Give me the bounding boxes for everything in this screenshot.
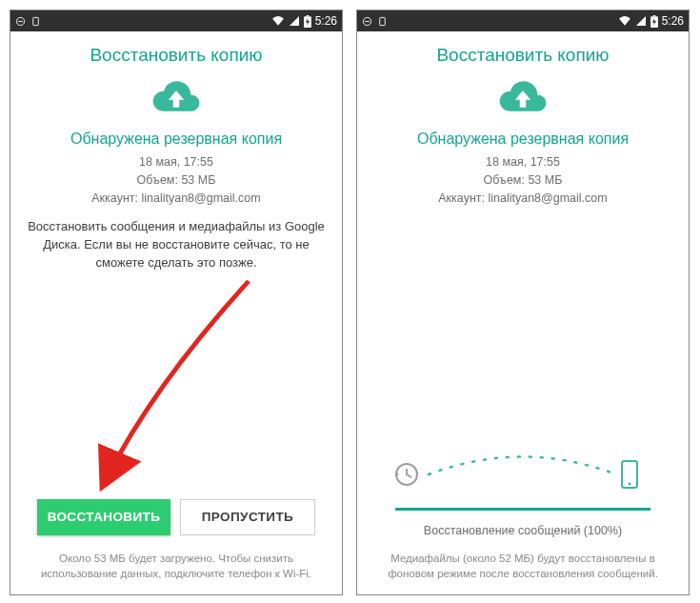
phone-screen-progress: 5:26 Восстановить копию Обнаружена резер…	[356, 10, 690, 595]
do-not-disturb-icon	[15, 16, 26, 27]
svg-rect-7	[380, 17, 386, 25]
annotation-arrow	[10, 272, 342, 499]
backup-account: Аккаунт: linalityan8@gmail.com	[357, 190, 689, 208]
dev-icon	[30, 16, 41, 27]
svg-rect-9	[652, 15, 655, 16]
phone-screen-before: 5:26 Восстановить копию Обнаружена резер…	[10, 10, 343, 595]
backup-found-heading: Обнаружена резервная копия	[10, 131, 342, 148]
backup-datetime: 18 мая, 17:55	[357, 153, 689, 171]
page-title: Восстановить копию	[10, 31, 342, 73]
dev-icon	[377, 16, 388, 27]
restore-description: Восстановить сообщения и медиафайлы из G…	[10, 207, 342, 272]
restore-button[interactable]: ВОССТАНОВИТЬ	[37, 499, 170, 535]
backup-datetime: 18 мая, 17:55	[10, 153, 342, 171]
skip-button[interactable]: ПРОПУСТИТЬ	[180, 499, 315, 535]
backup-size: Объем: 53 МБ	[10, 171, 342, 190]
transfer-illustration	[357, 451, 689, 508]
wifi-icon	[618, 15, 631, 27]
signal-icon	[635, 15, 647, 27]
wifi-icon	[271, 15, 285, 27]
battery-icon	[304, 15, 311, 28]
svg-rect-4	[306, 15, 309, 16]
do-not-disturb-icon	[362, 16, 372, 27]
signal-icon	[289, 15, 300, 27]
clock-text: 5:26	[315, 14, 337, 28]
page-title: Восстановить копию	[357, 31, 689, 73]
clock-text: 5:26	[662, 14, 684, 28]
svg-point-12	[629, 483, 631, 486]
status-bar: 5:26	[10, 10, 342, 31]
backup-size: Объем: 53 МБ	[357, 171, 689, 190]
progress-bar	[357, 508, 689, 511]
progress-status-text: Восстановление сообщений (100%)	[357, 511, 689, 547]
cloud-upload-icon	[151, 104, 201, 120]
backup-account: Аккаунт: linalityan8@gmail.com	[10, 190, 342, 208]
progress-bar-fill	[395, 508, 650, 511]
svg-rect-2	[33, 17, 39, 25]
backup-meta: 18 мая, 17:55 Объем: 53 МБ Аккаунт: lina…	[357, 153, 689, 207]
backup-meta: 18 мая, 17:55 Объем: 53 МБ Аккаунт: lina…	[10, 153, 342, 207]
backup-found-heading: Обнаружена резервная копия	[357, 131, 689, 148]
media-restore-footnote: Медиафайлы (около 52 МБ) будут восстанов…	[357, 547, 689, 594]
cloud-upload-icon	[498, 104, 548, 120]
data-usage-footnote: Около 53 МБ будет загружено. Чтобы снизи…	[10, 547, 342, 594]
status-bar: 5:26	[357, 10, 689, 31]
battery-icon	[650, 15, 658, 28]
